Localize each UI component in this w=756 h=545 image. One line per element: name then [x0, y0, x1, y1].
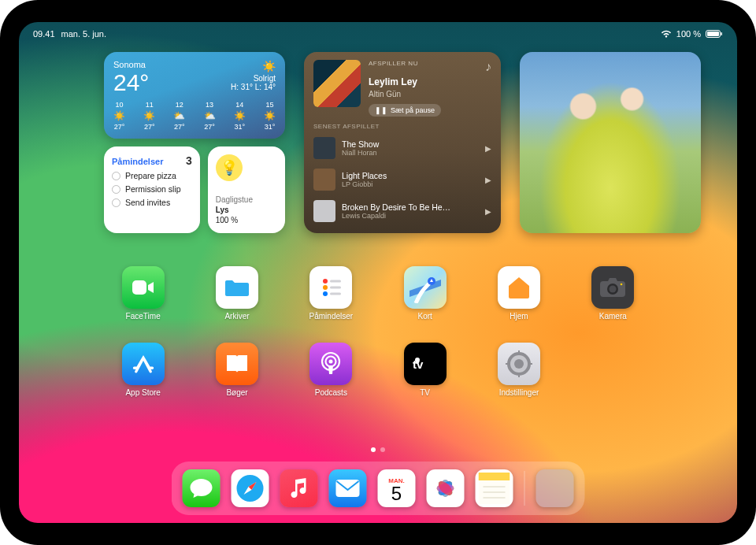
dock-photos[interactable] — [427, 469, 465, 507]
home-pct: 100 % — [216, 215, 277, 225]
home-room: Dagligstue — [216, 195, 277, 205]
recent-track[interactable]: Light PlacesLP Giobbi ▶ — [313, 166, 491, 193]
page-dot — [371, 447, 376, 452]
svg-point-6 — [323, 285, 328, 290]
weather-location: Sonoma — [113, 60, 149, 69]
reminder-item[interactable]: Prepare pizza — [112, 171, 192, 180]
music-note-icon: ♪ — [485, 60, 491, 74]
track-art — [313, 169, 335, 191]
svg-rect-9 — [330, 293, 341, 295]
books-icon — [216, 343, 258, 385]
home-accessory: Lys — [216, 205, 277, 215]
weather-hourly: 10☀️27° 11☀️27° 12⛅27° 13⛅27° 14☀️31° 15… — [113, 101, 276, 131]
appstore-icon — [122, 343, 165, 385]
app-reminders[interactable]: Påmindelser — [292, 266, 370, 321]
play-icon[interactable]: ▶ — [485, 144, 491, 153]
page-indicator[interactable] — [371, 447, 385, 452]
track-art — [313, 200, 335, 222]
dock-music[interactable] — [280, 469, 318, 507]
play-icon[interactable]: ▶ — [485, 176, 491, 184]
app-books[interactable]: Bøger — [198, 343, 276, 397]
svg-rect-28 — [336, 480, 360, 497]
recent-track[interactable]: Broken By Desire To Be He…Lewis Capaldi … — [313, 198, 491, 224]
album-art — [313, 60, 361, 107]
svg-point-14 — [621, 284, 623, 286]
svg-rect-24 — [506, 363, 509, 365]
home-widget[interactable]: 💡 Dagligstue Lys 100 % — [208, 146, 285, 233]
photos-widget[interactable] — [520, 52, 701, 233]
svg-rect-22 — [518, 350, 520, 354]
play-icon[interactable]: ▶ — [485, 207, 491, 216]
weather-temp: 24° — [113, 71, 149, 95]
dock-mail[interactable] — [329, 469, 367, 507]
svg-point-21 — [514, 359, 524, 369]
svg-point-13 — [610, 286, 617, 293]
recent-label: SENEST AFSPILLET — [313, 123, 491, 130]
track-art — [313, 137, 335, 159]
svg-rect-25 — [529, 363, 532, 365]
wifi-icon — [661, 30, 672, 38]
facetime-icon — [122, 266, 165, 309]
svg-rect-23 — [518, 374, 520, 377]
reminder-item[interactable]: Permission slip — [112, 184, 192, 194]
dock-app-library[interactable] — [536, 469, 574, 507]
svg-rect-5 — [330, 280, 341, 283]
app-settings[interactable]: Indstillinger — [480, 343, 558, 397]
circle-icon — [112, 198, 120, 207]
settings-icon — [498, 343, 540, 385]
app-tv[interactable]: tv TV — [386, 343, 464, 397]
music-widget[interactable]: AFSPILLER NU ♪ Leylim Ley Altin Gün ❚❚ S… — [304, 52, 501, 233]
weather-hilo: H: 31° L: 14° — [231, 83, 276, 91]
app-camera[interactable]: Kamera — [574, 266, 652, 321]
dock-notes[interactable] — [476, 469, 513, 507]
svg-point-4 — [323, 279, 328, 284]
status-date: man. 5. jun. — [61, 29, 106, 39]
status-time: 09.41 — [33, 29, 55, 39]
svg-rect-1 — [707, 32, 719, 36]
app-maps[interactable]: Kort — [386, 266, 464, 321]
weather-widget[interactable]: Sonoma 24° ☀️ Solrigt H: 31° L: 14° 10☀️… — [104, 52, 285, 139]
recent-track[interactable]: The ShowNiall Horan ▶ — [313, 135, 491, 161]
weather-condition: Solrigt — [231, 74, 276, 83]
status-battery-pct: 100 % — [676, 29, 701, 39]
dock-safari[interactable] — [232, 469, 269, 507]
reminders-icon — [309, 266, 352, 309]
now-playing-label: AFSPILLER NU — [369, 60, 418, 67]
home-icon — [498, 266, 540, 309]
files-icon — [216, 266, 258, 309]
now-playing-title: Leylim Ley — [369, 76, 491, 87]
now-playing-artist: Altin Gün — [369, 90, 491, 98]
device-frame: 09.41 man. 5. jun. 100 % — [0, 0, 756, 545]
dock-calendar[interactable]: MAN. 5 — [378, 469, 416, 507]
svg-rect-7 — [330, 287, 341, 289]
app-home[interactable]: Hjem — [480, 266, 558, 321]
battery-icon — [706, 30, 723, 38]
app-files[interactable]: Arkiver — [198, 266, 276, 321]
app-podcasts[interactable]: Podcasts — [292, 343, 370, 397]
pause-button[interactable]: ❚❚ Sæt på pause — [369, 104, 441, 117]
camera-icon — [591, 266, 634, 309]
app-appstore[interactable]: App Store — [104, 343, 182, 397]
svg-point-17 — [329, 360, 333, 364]
reminders-widget[interactable]: Påmindelser 3 Prepare pizza Permission s… — [104, 146, 200, 233]
maps-icon — [404, 266, 447, 309]
reminder-item[interactable]: Send invites — [112, 198, 192, 207]
circle-icon — [112, 185, 120, 194]
tv-icon: tv — [404, 343, 447, 385]
calendar-day: 5 — [391, 484, 402, 503]
svg-rect-37 — [479, 473, 510, 480]
page-dot — [380, 447, 385, 452]
lightbulb-icon: 💡 — [216, 154, 243, 181]
app-facetime[interactable]: FaceTime — [104, 266, 182, 321]
svg-rect-3 — [132, 280, 146, 295]
sun-icon: ☀️ — [231, 60, 276, 72]
dock-separator — [524, 471, 525, 506]
podcasts-icon — [309, 343, 352, 385]
reminders-title: Påmindelser — [112, 157, 163, 166]
status-bar: 09.41 man. 5. jun. 100 % — [19, 27, 737, 41]
home-screen: 09.41 man. 5. jun. 100 % — [19, 22, 737, 523]
reminders-count: 3 — [186, 154, 192, 167]
dock-messages[interactable] — [183, 469, 220, 507]
dock: MAN. 5 — [172, 462, 585, 515]
widgets-area: Sonoma 24° ☀️ Solrigt H: 31° L: 14° 10☀️… — [104, 52, 701, 233]
